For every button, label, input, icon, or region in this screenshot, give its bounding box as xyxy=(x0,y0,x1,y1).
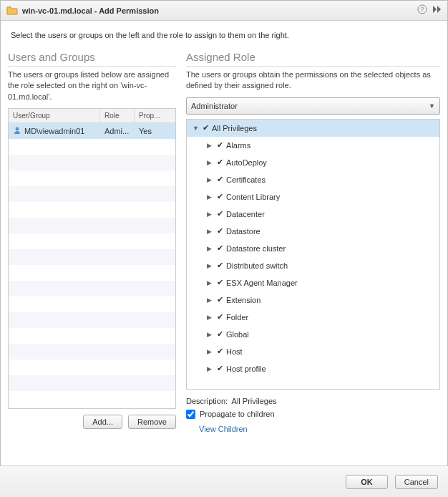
propagate-label: Propagate to children xyxy=(200,410,275,418)
table-row[interactable] xyxy=(9,391,175,407)
cell-role xyxy=(100,255,135,259)
svg-point-2 xyxy=(16,127,19,131)
table-row[interactable] xyxy=(9,375,175,391)
tree-item-label: Datastore xyxy=(226,227,260,236)
tree-item[interactable]: ▶✔ Extension xyxy=(187,291,439,309)
cell-role xyxy=(100,318,135,322)
table-row[interactable] xyxy=(9,155,175,170)
table-row[interactable] xyxy=(9,344,175,360)
table-row[interactable] xyxy=(9,281,175,296)
cancel-button[interactable]: Cancel xyxy=(395,475,438,489)
tree-item[interactable]: ▶✔ Alarms xyxy=(187,137,439,154)
expand-icon: ▶ xyxy=(207,279,214,286)
users-groups-heading: Users and Groups xyxy=(8,51,176,67)
expand-icon: ▶ xyxy=(207,262,214,269)
cell-role xyxy=(100,176,135,180)
cell-prop xyxy=(135,286,175,291)
view-children-link[interactable]: View Children xyxy=(199,425,248,433)
table-row[interactable] xyxy=(9,249,175,265)
expand-icon: ▶ xyxy=(207,211,214,218)
check-icon: ✔ xyxy=(217,329,223,339)
tree-item[interactable]: ▶✔ Datastore cluster xyxy=(187,240,439,257)
check-icon: ✔ xyxy=(217,312,223,322)
cell-role xyxy=(100,271,135,275)
check-icon: ✔ xyxy=(217,347,223,356)
tree-item[interactable]: ▶✔ Distributed switch xyxy=(187,257,439,274)
title-bar: win-vc-01.md.local - Add Permission ? xyxy=(1,1,447,21)
cell-prop xyxy=(135,318,175,322)
tree-item-label: Folder xyxy=(226,313,248,322)
col-propagate[interactable]: Prop... xyxy=(135,109,175,122)
cell-prop xyxy=(135,334,175,338)
expand-icon: ▶ xyxy=(207,331,214,338)
table-row[interactable] xyxy=(9,139,175,155)
ok-button[interactable]: OK xyxy=(346,475,388,489)
tree-root[interactable]: ▼✔ All Privileges xyxy=(187,120,439,137)
tree-item[interactable]: ▶✔ Host profile xyxy=(187,360,439,377)
expand-icon: ▶ xyxy=(207,142,214,149)
folder-icon xyxy=(6,5,18,16)
cell-prop xyxy=(135,349,175,354)
table-row[interactable]: MD\viewadmin01Admi...Yes xyxy=(9,123,175,139)
table-row[interactable] xyxy=(9,218,175,233)
tree-item[interactable]: ▶✔ Folder xyxy=(187,309,439,326)
cell-prop xyxy=(135,271,175,275)
help-icon[interactable]: ? xyxy=(417,4,427,16)
check-icon: ✔ xyxy=(217,278,223,287)
tree-item[interactable]: ▶✔ Global xyxy=(187,326,439,343)
users-table: User/Group Role Prop... MD\viewadmin01Ad… xyxy=(8,108,176,409)
table-row[interactable] xyxy=(9,360,175,375)
check-icon: ✔ xyxy=(217,295,223,304)
tree-item-label: Host xyxy=(226,347,243,356)
cell-role xyxy=(100,302,135,307)
cell-prop xyxy=(135,365,175,370)
role-dropdown[interactable]: Administrator ▼ xyxy=(186,97,440,115)
table-row[interactable] xyxy=(9,233,175,249)
check-icon: ✔ xyxy=(217,209,223,218)
expand-icon: ▶ xyxy=(207,193,214,201)
tree-item[interactable]: ▶✔ ESX Agent Manager xyxy=(187,274,439,291)
table-row[interactable] xyxy=(9,186,175,202)
tree-item-label: Host profile xyxy=(226,365,266,373)
col-role[interactable]: Role xyxy=(100,109,135,122)
table-row[interactable] xyxy=(9,328,175,344)
tree-item[interactable]: ▶✔ Certificates xyxy=(187,171,439,188)
description-label: Description: xyxy=(186,397,228,405)
table-row[interactable] xyxy=(9,312,175,328)
table-header: User/Group Role Prop... xyxy=(9,109,175,123)
tree-item-label: Content Library xyxy=(226,193,280,201)
propagate-checkbox[interactable] xyxy=(186,410,195,419)
cell-prop xyxy=(135,223,175,228)
privileges-tree: ▼✔ All Privileges▶✔ Alarms▶✔ AutoDeploy▶… xyxy=(186,119,440,390)
col-user-group[interactable]: User/Group xyxy=(9,109,100,122)
cell-role xyxy=(100,365,135,370)
add-button[interactable]: Add... xyxy=(83,415,122,429)
table-row[interactable] xyxy=(9,265,175,281)
forward-icon[interactable] xyxy=(432,4,442,16)
cell-role xyxy=(100,381,135,385)
table-row[interactable] xyxy=(9,170,175,186)
cell-prop xyxy=(135,160,175,165)
cell-role: Admi... xyxy=(100,125,135,137)
expand-icon: ▼ xyxy=(193,125,200,132)
cell-role xyxy=(100,192,135,196)
check-icon: ✔ xyxy=(217,243,223,253)
remove-button[interactable]: Remove xyxy=(128,415,176,429)
tree-item[interactable]: ▶✔ Datacenter xyxy=(187,206,439,223)
tree-item[interactable]: ▶✔ Host xyxy=(187,343,439,360)
cell-role xyxy=(100,145,135,149)
role-dropdown-value: Administrator xyxy=(191,102,238,110)
tree-item[interactable]: ▶✔ AutoDeploy xyxy=(187,154,439,171)
privileges-tree-body[interactable]: ▼✔ All Privileges▶✔ Alarms▶✔ AutoDeploy▶… xyxy=(187,120,439,389)
user-icon xyxy=(13,126,21,136)
cell-prop: Yes xyxy=(135,125,175,137)
cell-prop xyxy=(135,239,175,243)
cell-user: MD\viewadmin01 xyxy=(24,127,84,135)
cell-prop xyxy=(135,397,175,401)
table-row[interactable] xyxy=(9,296,175,312)
tree-item[interactable]: ▶✔ Content Library xyxy=(187,188,439,206)
cell-prop xyxy=(135,176,175,180)
tree-item[interactable]: ▶✔ Datastore xyxy=(187,223,439,240)
check-icon: ✔ xyxy=(217,158,223,167)
table-row[interactable] xyxy=(9,202,175,218)
